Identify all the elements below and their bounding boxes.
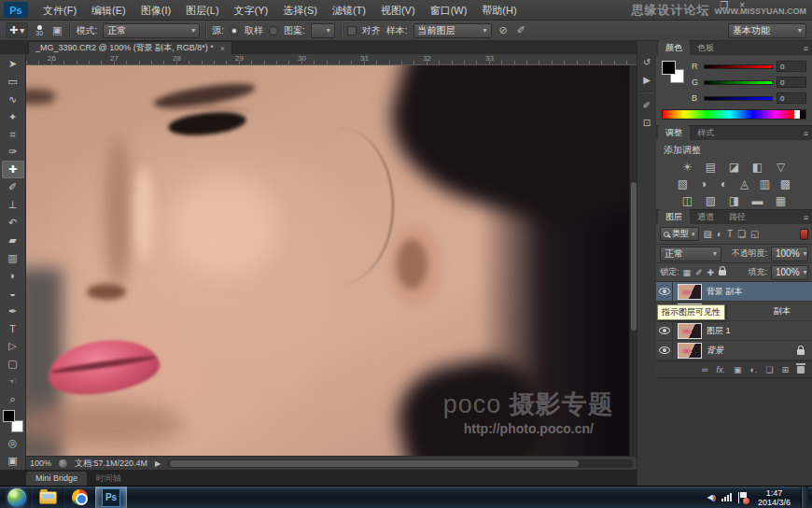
history-brush-tool[interactable]: ↶ (2, 214, 24, 232)
layer-row-layer-1[interactable]: 图层 1 (656, 321, 812, 341)
threshold-icon[interactable]: ◨ (728, 194, 741, 207)
selective-color-icon[interactable]: ▦ (775, 194, 788, 207)
panel-menu-icon[interactable]: ≡ (804, 44, 808, 53)
layer-row-background-copy[interactable]: 背景 副本 (656, 282, 812, 302)
clone-stamp-tool[interactable]: ⊥ (2, 196, 24, 214)
marquee-tool[interactable]: ▭ (2, 73, 24, 91)
photo-canvas[interactable]: poco 摄影专题 http://photo.poco.cn/ (26, 65, 629, 456)
mode-select[interactable]: 正常 ▾ (103, 23, 200, 38)
history-panel-icon[interactable]: ↺ (639, 54, 655, 69)
brush-tool[interactable]: ✐ (2, 178, 24, 196)
fill-input[interactable]: 100% ▾ (771, 265, 808, 280)
spot-healing-brush-tool[interactable]: ✚ (2, 161, 24, 178)
gradient-tool[interactable]: ▥ (2, 249, 24, 267)
zoom-tool[interactable]: ⌕ (2, 390, 24, 408)
foreground-color-swatch[interactable] (662, 61, 676, 75)
vertical-scrollbar[interactable] (629, 65, 637, 456)
curves-icon[interactable]: ◪ (728, 161, 741, 174)
new-adjustment-layer-icon[interactable]: ◐. (749, 365, 757, 374)
pen-tool[interactable]: ✒ (2, 303, 24, 320)
green-slider[interactable] (704, 80, 773, 85)
panel-menu-icon[interactable]: ≡ (804, 129, 808, 138)
action-center-flag-icon[interactable] (738, 492, 748, 503)
brush-panel-toggle-icon[interactable]: ▣ (50, 24, 63, 36)
start-button[interactable] (7, 488, 26, 507)
quick-selection-tool[interactable]: ✦ (2, 108, 24, 126)
type-tool[interactable]: T (2, 320, 24, 338)
hue-saturation-icon[interactable]: ▧ (677, 177, 690, 190)
blue-value[interactable]: 0 (777, 92, 806, 104)
color-panel-swatches[interactable] (662, 61, 686, 89)
pattern-picker[interactable]: ▾ (311, 23, 335, 38)
volume-icon[interactable]: ◀)) (707, 493, 714, 501)
filter-adjustment-layers-icon[interactable]: ◐ (717, 229, 722, 239)
layer-name[interactable]: 副本 (774, 305, 791, 318)
vibrance-icon[interactable]: ▽ (775, 161, 788, 174)
clone-source-panel-icon[interactable]: ⊡ (639, 115, 655, 130)
layer-thumbnail[interactable] (678, 323, 702, 339)
brush-panel-icon[interactable]: ✐ (639, 97, 655, 112)
taskbar-explorer-button[interactable] (32, 487, 63, 508)
menu-image[interactable]: 图像(I) (133, 0, 178, 21)
horizontal-scrollbar-thumb[interactable] (170, 460, 579, 467)
layer-row-background-copy-2[interactable]: 副本 指示图层可见性 (656, 302, 812, 321)
active-tool-preset[interactable]: ✚ ▾ (6, 22, 28, 38)
exposure-icon[interactable]: ◧ (751, 161, 764, 174)
color-swatches[interactable] (3, 410, 23, 432)
channel-mixer-icon[interactable]: ▥ (759, 177, 772, 190)
tablet-pressure-icon[interactable]: ✐ (515, 24, 527, 36)
dodge-tool[interactable]: ◒ (2, 285, 24, 303)
lock-image-pixels-icon[interactable]: ✐ (695, 268, 703, 277)
document-tab[interactable]: _MG_3390.CR2 @ 100% (背景 副本, RGB/8*) * × (28, 41, 232, 54)
delete-layer-icon[interactable] (797, 366, 805, 374)
zoom-level[interactable]: 100% (30, 459, 51, 468)
menu-file[interactable]: 文件(F) (35, 0, 84, 21)
green-value[interactable]: 0 (777, 77, 806, 88)
menu-window[interactable]: 窗口(W) (423, 0, 475, 21)
menu-view[interactable]: 视图(V) (373, 0, 423, 21)
lasso-tool[interactable]: ∿ (2, 91, 24, 108)
quick-mask-button[interactable]: ◎ (2, 434, 24, 452)
layer-name[interactable]: 图层 1 (707, 325, 731, 337)
visibility-toggle[interactable] (656, 341, 673, 360)
network-icon[interactable] (721, 493, 732, 501)
taskbar-chrome-button[interactable] (63, 487, 95, 508)
filter-shape-layers-icon[interactable]: ❏ (737, 229, 746, 239)
photoshop-logo[interactable]: Ps (4, 2, 28, 18)
blue-slider[interactable] (704, 96, 773, 101)
menu-filter[interactable]: 滤镜(T) (325, 0, 373, 21)
screen-mode-button[interactable]: ▣ (2, 452, 24, 470)
tab-paths[interactable]: 路径 (721, 209, 753, 224)
status-menu-arrow-icon[interactable]: ▶ (155, 459, 161, 468)
crop-tool[interactable]: ⌗ (2, 126, 24, 144)
rectangle-tool[interactable]: ▢ (2, 355, 24, 373)
brush-preset-picker[interactable]: 30 (34, 25, 45, 36)
gradient-map-icon[interactable]: ▬ (751, 194, 764, 207)
tab-swatches[interactable]: 色板 (690, 40, 721, 55)
blend-mode-select[interactable]: 正常 ▾ (660, 247, 721, 261)
sample-select[interactable]: 当前图层 ▾ (413, 23, 492, 38)
taskbar-clock[interactable]: 1:47 2014/3/6 (754, 488, 794, 507)
eyedropper-tool[interactable]: ✑ (2, 144, 24, 162)
layer-filter-type-select[interactable]: 类型 ▾ (660, 227, 699, 241)
tab-color[interactable]: 颜色 (658, 40, 690, 55)
menu-select[interactable]: 选择(S) (275, 0, 325, 21)
filter-smart-object-icon[interactable]: ◱ (750, 229, 759, 239)
layer-name[interactable]: 背景 副本 (707, 286, 743, 298)
color-spectrum-bar[interactable] (662, 109, 806, 120)
actions-panel-icon[interactable]: ▶ (639, 72, 655, 87)
posterize-icon[interactable]: ▨ (705, 194, 718, 207)
panel-menu-icon[interactable]: ≡ (804, 213, 808, 222)
layer-filter-toggle[interactable] (800, 229, 808, 240)
opacity-input[interactable]: 100% ▾ (771, 247, 808, 261)
brightness-contrast-icon[interactable]: ☀ (681, 161, 694, 174)
show-desktop-button[interactable] (801, 487, 808, 508)
invert-icon[interactable]: ◫ (681, 194, 694, 207)
layer-name[interactable]: 背景 (707, 345, 723, 357)
new-group-icon[interactable]: ❏ (765, 365, 773, 374)
layer-thumbnail[interactable] (678, 284, 702, 300)
visibility-toggle[interactable] (656, 282, 673, 301)
tab-channels[interactable]: 通道 (690, 209, 721, 224)
pattern-radio[interactable] (269, 26, 278, 35)
lock-transparent-pixels-icon[interactable]: ▦ (683, 268, 692, 277)
